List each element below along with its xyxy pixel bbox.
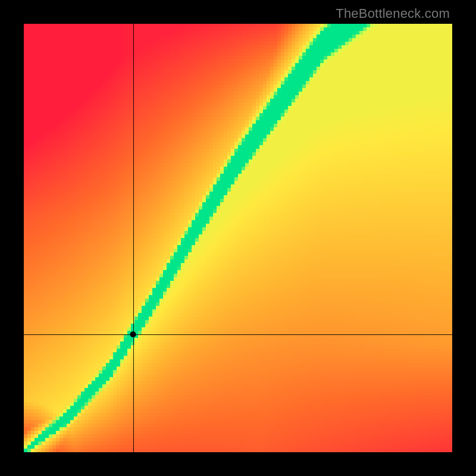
plot-area: [24, 24, 452, 452]
watermark-text: TheBottleneck.com: [336, 6, 450, 21]
overlay-canvas: [24, 24, 452, 452]
chart-frame: TheBottleneck.com: [0, 0, 476, 476]
